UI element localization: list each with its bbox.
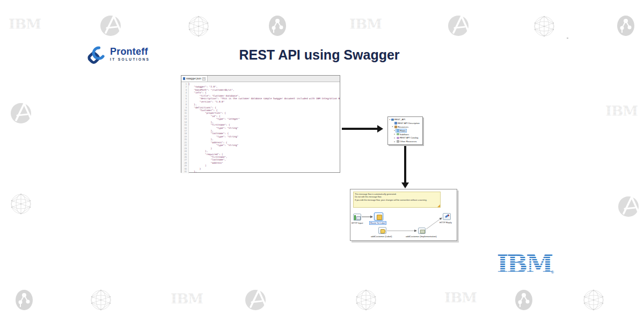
editor-body[interactable]: 1 { 2 "swagger": "2.0", 3 "basePath": "/… [181, 82, 340, 173]
ibm-watermark-icon: IBM [444, 290, 477, 307]
molecule-pin-watermark-icon [267, 14, 288, 40]
a-circle-watermark-icon [10, 101, 33, 127]
registered-trademark-icon: ® [551, 270, 554, 274]
svg-text:IBM: IBM [444, 290, 477, 305]
http-input-node-label: HTTP Input [352, 222, 363, 224]
http-reply-node[interactable] [443, 213, 451, 220]
arrow-right-shaft [342, 128, 377, 130]
molecule-pin-watermark-icon [513, 289, 535, 314]
tree-root-rest-api[interactable]: ▾ REST_API [389, 118, 422, 122]
json-file-icon [183, 77, 185, 80]
add-customer-impl-node-label: addCustomer (Implementation) [406, 235, 437, 238]
tree-item-icon [397, 140, 399, 143]
subflow-icon [420, 230, 425, 234]
arrow-down-shaft [404, 146, 406, 182]
ibm-watermark-icon: IBM [170, 291, 203, 308]
note-fold-corner-icon [437, 204, 440, 207]
add-customer-label-node[interactable] [378, 227, 386, 234]
svg-text:IBM: IBM [171, 291, 203, 306]
http-reply-tip-icon [448, 215, 450, 216]
globe-wireframe-watermark-icon [533, 14, 555, 40]
rest-api-project-icon [391, 119, 394, 121]
a-circle-watermark-icon [617, 194, 641, 220]
note-line: If you edit the message flow, your chang… [355, 199, 439, 202]
http-input-node-icon [354, 215, 356, 220]
arrow-right-head-icon [377, 125, 383, 133]
editor-tab-label: swagger.json [186, 77, 201, 80]
tab-close-icon[interactable]: ✕ [202, 77, 206, 80]
project-tree-panel: ▾ REST_API REST API Description ▾ Resour… [387, 116, 423, 145]
http-reply-node-label: HTTP Reply [440, 221, 452, 224]
arrow-down-head-icon [401, 182, 409, 188]
tree-item[interactable]: ▸ REST API Catalog [389, 136, 422, 140]
route-to-label-node-icon [377, 215, 382, 220]
editor-tab-bar: swagger.json ✕ [181, 76, 340, 82]
tree-item-label: Subflows [400, 133, 409, 136]
add-customer-label-node-label: addCustomer (Label) [371, 235, 392, 238]
route-to-label-node[interactable] [374, 213, 383, 221]
line-text: }, [188, 170, 197, 173]
tree-item-icon [394, 122, 397, 125]
svg-text:IBM: IBM [497, 250, 552, 277]
a-circle-watermark-icon [244, 288, 268, 313]
http-input-glyph-icon [356, 216, 361, 220]
tree-item-label: Flows [400, 129, 406, 132]
label-tag-icon [380, 229, 385, 233]
svg-text:IBM: IBM [349, 16, 382, 31]
tree-item-label: Other Resources [400, 140, 417, 143]
add-customer-implementation-node[interactable] [418, 228, 426, 234]
globe-wireframe-watermark-icon [187, 14, 210, 40]
a-circle-watermark-icon [99, 13, 123, 39]
tree-item[interactable]: ▸ Subflows [389, 133, 422, 136]
tree-item[interactable]: ▾ Resources [389, 125, 422, 129]
tree-item[interactable]: ▸ Other Resources [389, 140, 422, 143]
svg-text:IBM: IBM [9, 16, 41, 31]
globe-wireframe-watermark-icon [90, 288, 112, 314]
page-title: REST API using Swagger [239, 47, 399, 63]
pronteff-logo-icon [86, 44, 106, 64]
tree-item-icon [397, 133, 399, 136]
pronteff-tagline: IT SOLUTIONS [110, 58, 150, 62]
svg-text:IBM: IBM [605, 103, 638, 118]
globe-wireframe-watermark-icon [10, 192, 32, 218]
tree-item-icon [397, 137, 399, 140]
globe-wireframe-watermark-icon [355, 288, 377, 314]
route-to-label-node-label: Route To Label [370, 222, 386, 224]
molecule-pin-watermark-icon [13, 289, 35, 314]
ibm-watermark-icon: IBM [605, 103, 638, 120]
code-line: 31 }, [181, 170, 340, 173]
editor-tab-swagger-json[interactable]: swagger.json ✕ [181, 76, 208, 82]
pronteff-logo: Pronteff IT SOLUTIONS [86, 44, 150, 64]
tree-root-label: REST_API [394, 118, 405, 121]
generated-flow-note: This message flow is automatically gener… [353, 192, 441, 208]
tree-item-label: REST API Catalog [400, 136, 418, 139]
http-input-node[interactable] [353, 214, 361, 221]
a-circle-watermark-icon [447, 13, 471, 39]
code-editor: swagger.json ✕ 1 { 2 "swagger": "2.0", 3… [181, 75, 340, 173]
message-flow-panel: This message flow is automatically gener… [350, 189, 457, 241]
tree-item-icon [397, 129, 399, 132]
tree-item[interactable]: ▸ Flows [389, 129, 422, 133]
editor-code-lines: 1 { 2 "swagger": "2.0", 3 "basePath": "/… [181, 83, 340, 173]
stray-mark [567, 38, 568, 39]
ibm-watermark-icon: IBM [349, 16, 382, 33]
tree-item[interactable]: REST API Description [389, 121, 422, 125]
globe-wireframe-watermark-icon [582, 288, 605, 314]
molecule-pin-watermark-icon [615, 14, 636, 40]
tree-item-icon [394, 126, 397, 128]
line-number: 31 [181, 170, 188, 173]
tree-item-label: REST API Description [398, 122, 420, 125]
ibm-logo: IBM [496, 250, 553, 279]
pronteff-name: Pronteff [110, 47, 150, 56]
tree-item-label: Resources [398, 126, 408, 128]
ibm-watermark-icon: IBM [8, 16, 41, 33]
slide: IBM IBM IBM IBM IBM [0, 0, 644, 322]
